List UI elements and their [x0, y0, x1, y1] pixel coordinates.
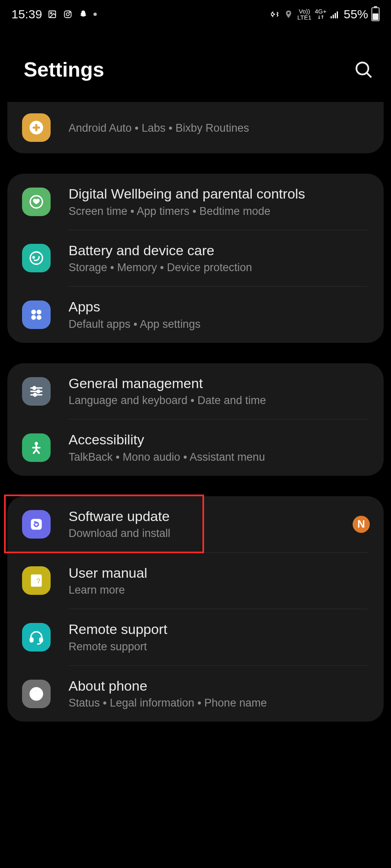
item-subtitle: Android Auto • Labs • Bixby Routines [69, 121, 370, 135]
snapchat-icon [78, 9, 89, 20]
status-right: Vo))LTE1 4G+ 55% [269, 7, 380, 21]
item-subtitle: TalkBack • Mono audio • Assistant menu [69, 450, 370, 464]
svg-rect-6 [333, 15, 334, 18]
item-texts: Remote supportRemote support [69, 621, 370, 654]
page-title: Settings [24, 58, 104, 82]
settings-item-remote-support[interactable]: Remote supportRemote support [7, 609, 384, 665]
svg-rect-5 [331, 16, 332, 18]
location-icon [283, 9, 294, 20]
item-subtitle: Language and keyboard • Date and time [69, 393, 370, 408]
manual-icon: ? [22, 566, 51, 595]
volte-indicator: Vo))LTE1 [297, 8, 311, 20]
data-type-indicator: 4G+ [315, 8, 327, 20]
search-icon [353, 60, 374, 80]
vibrate-icon [269, 9, 280, 20]
update-icon [22, 510, 51, 539]
svg-point-9 [356, 62, 368, 74]
item-title: General management [69, 375, 370, 392]
item-title: Software update [69, 508, 348, 525]
settings-item-accessibility[interactable]: AccessibilityTalkBack • Mono audio • Ass… [7, 420, 384, 476]
item-title: Remote support [69, 621, 370, 638]
item-texts: Battery and device careStorage • Memory … [69, 242, 370, 275]
signal-icon [330, 9, 340, 20]
svg-text:?: ? [36, 577, 40, 585]
item-texts: General managementLanguage and keyboard … [69, 375, 370, 408]
svg-point-22 [33, 387, 36, 389]
headset-icon [22, 623, 51, 652]
svg-point-25 [35, 442, 38, 445]
svg-rect-8 [337, 11, 338, 18]
settings-group: Android Auto • Labs • Bixby Routines [7, 102, 384, 153]
sliders-icon [22, 377, 51, 406]
status-time: 15:39 [11, 7, 42, 21]
svg-point-18 [38, 316, 41, 319]
battery-percentage: 55% [344, 7, 368, 21]
item-texts: Digital Wellbeing and parental controlsS… [69, 185, 370, 219]
item-title: User manual [69, 564, 370, 582]
status-left: 15:39 [11, 7, 97, 21]
svg-point-3 [66, 13, 69, 15]
svg-point-16 [38, 310, 41, 314]
new-badge: N [353, 516, 370, 533]
settings-item-battery-device-care[interactable]: Battery and device careStorage • Memory … [7, 230, 384, 287]
svg-rect-34 [36, 693, 37, 697]
svg-point-4 [69, 12, 70, 13]
item-texts: About phoneStatus • Legal information • … [69, 677, 370, 711]
item-texts: Android Auto • Labs • Bixby Routines [69, 119, 370, 135]
item-subtitle: Default apps • App settings [69, 317, 370, 331]
svg-point-15 [32, 310, 35, 314]
item-subtitle: Screen time • App timers • Bedtime mode [69, 204, 370, 219]
page-header: Settings [0, 25, 391, 102]
svg-point-23 [37, 390, 40, 393]
svg-point-17 [32, 316, 35, 319]
settings-group: Software updateDownload and installN?Use… [7, 496, 384, 722]
settings-group: General managementLanguage and keyboard … [7, 363, 384, 476]
svg-rect-26 [31, 519, 41, 529]
item-subtitle: Storage • Memory • Device protection [69, 261, 370, 275]
item-title: Apps [69, 298, 370, 316]
svg-rect-7 [335, 13, 336, 18]
apps-icon [22, 300, 51, 329]
svg-point-1 [50, 12, 52, 14]
item-texts: AccessibilityTalkBack • Mono audio • Ass… [69, 431, 370, 464]
svg-point-14 [33, 257, 34, 258]
item-subtitle: Download and install [69, 526, 348, 541]
settings-item-digital-wellbeing[interactable]: Digital Wellbeing and parental controlsS… [7, 174, 384, 230]
svg-point-13 [30, 252, 42, 264]
settings-item-about-phone[interactable]: About phoneStatus • Legal information • … [7, 666, 384, 722]
battery-icon [371, 7, 380, 21]
plus-icon [22, 113, 51, 142]
item-subtitle: Status • Legal information • Phone name [69, 696, 370, 710]
item-subtitle: Learn more [69, 583, 370, 597]
item-title: About phone [69, 677, 370, 695]
svg-point-33 [36, 690, 37, 692]
settings-item-software-update[interactable]: Software updateDownload and installN [7, 496, 384, 552]
svg-point-24 [33, 393, 36, 396]
search-button[interactable] [353, 60, 374, 80]
instagram-icon [62, 9, 73, 20]
settings-list[interactable]: Android Auto • Labs • Bixby RoutinesDigi… [0, 102, 391, 722]
info-icon [22, 680, 51, 708]
settings-item-user-manual[interactable]: ?User manualLearn more [7, 553, 384, 609]
care-icon [22, 244, 51, 272]
more-notifications-dot [93, 13, 97, 16]
item-texts: Software updateDownload and install [69, 508, 348, 541]
item-subtitle: Remote support [69, 640, 370, 654]
item-texts: AppsDefault apps • App settings [69, 298, 370, 331]
item-title: Accessibility [69, 431, 370, 448]
item-title: Battery and device care [69, 242, 370, 259]
wellbeing-icon [22, 188, 51, 216]
gallery-icon [47, 9, 58, 20]
svg-line-10 [367, 73, 371, 77]
settings-item-apps[interactable]: AppsDefault apps • App settings [7, 287, 384, 343]
item-texts: User manualLearn more [69, 564, 370, 598]
item-title: Digital Wellbeing and parental controls [69, 185, 370, 203]
settings-item-advanced-features[interactable]: Android Auto • Labs • Bixby Routines [7, 102, 384, 153]
person-icon [22, 433, 51, 462]
svg-rect-30 [30, 638, 33, 642]
status-bar: 15:39 Vo))LTE1 4G+ 55% [0, 0, 391, 25]
settings-group: Digital Wellbeing and parental controlsS… [7, 174, 384, 343]
settings-item-general-management[interactable]: General managementLanguage and keyboard … [7, 363, 384, 420]
